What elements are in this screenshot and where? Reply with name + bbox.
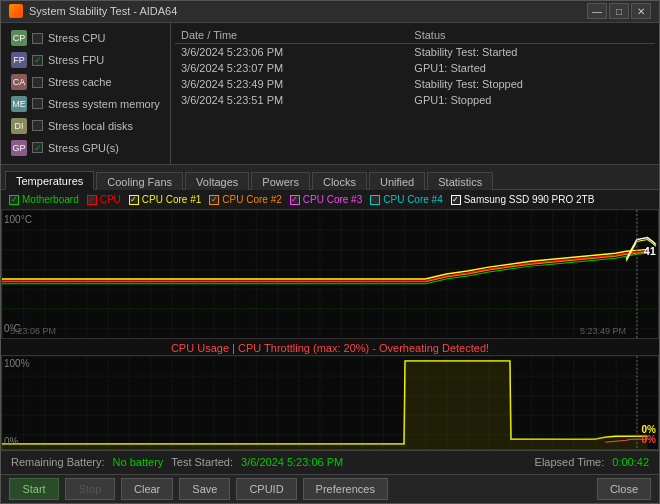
title-bar-controls: — □ ✕ <box>587 3 651 19</box>
close-window-button[interactable]: ✕ <box>631 3 651 19</box>
log-col-time: Date / Time <box>175 27 408 44</box>
legend-check[interactable] <box>9 195 19 205</box>
log-row: 3/6/2024 5:23:49 PM Stability Test: Stop… <box>175 76 655 92</box>
temp-y-max: 100°C <box>4 214 32 225</box>
cpu-y-min: 0% <box>4 436 18 447</box>
tab-clocks[interactable]: Clocks <box>312 172 367 190</box>
tab-statistics[interactable]: Statistics <box>427 172 493 190</box>
legend-check[interactable] <box>87 195 97 205</box>
log-row: 3/6/2024 5:23:06 PM Stability Test: Star… <box>175 43 655 60</box>
svg-rect-0 <box>2 210 658 338</box>
legend-check[interactable] <box>129 195 139 205</box>
checkbox-disks[interactable] <box>32 120 43 131</box>
cpu-chart-svg <box>2 356 658 449</box>
temp-chart-svg <box>2 210 658 338</box>
log-row: 3/6/2024 5:23:07 PM GPU1: Started <box>175 60 655 76</box>
legend-label: Motherboard <box>22 194 79 205</box>
legend-label: CPU Core #3 <box>303 194 362 205</box>
stress-item-memory[interactable]: ME Stress system memory <box>9 94 162 114</box>
cpu-usage-label: CPU Usage <box>171 342 229 354</box>
stress-label-cache: Stress cache <box>48 76 112 88</box>
cache-icon: CA <box>11 74 27 90</box>
charts-area: Motherboard CPU CPU Core #1 CPU Core #2 … <box>1 190 659 450</box>
close-button[interactable]: Close <box>597 478 651 500</box>
cpu-usage-header: CPU Usage | CPU Throttling (max: 20%) - … <box>1 339 659 355</box>
stress-item-gpus[interactable]: GP Stress GPU(s) <box>9 138 162 158</box>
mem-icon: ME <box>11 96 27 112</box>
log-status: GPU1: Started <box>408 60 655 76</box>
log-time: 3/6/2024 5:23:07 PM <box>175 60 408 76</box>
clear-button[interactable]: Clear <box>121 478 173 500</box>
legend-label: CPU Core #1 <box>142 194 201 205</box>
tab-cooling-fans[interactable]: Cooling Fans <box>96 172 183 190</box>
legend-cpu-core-#2: CPU Core #2 <box>209 194 281 205</box>
log-status: Stability Test: Started <box>408 43 655 60</box>
checkbox-cache[interactable] <box>32 77 43 88</box>
temp-value-white: 41 <box>644 245 656 257</box>
log-time: 3/6/2024 5:23:51 PM <box>175 92 408 108</box>
stress-panel: CP Stress CPU FP Stress FPU CA Stress ca… <box>1 23 171 164</box>
stress-label-gpus: Stress GPU(s) <box>48 142 119 154</box>
log-col-status: Status <box>408 27 655 44</box>
legend-check[interactable] <box>209 195 219 205</box>
gpu-icon: GP <box>11 140 27 156</box>
checkbox-fpu[interactable] <box>32 55 43 66</box>
title-bar: System Stability Test - AIDA64 — □ ✕ <box>1 1 659 23</box>
elapsed-label: Elapsed Time: <box>535 456 605 468</box>
tabs-row: TemperaturesCooling FansVoltagesPowersCl… <box>1 165 659 190</box>
bottom-buttons: Start Stop Clear Save CPUID Preferences … <box>1 474 659 503</box>
temp-chart: 100°C 0°C 5:23:06 PM 5:23:49 PM 41 <box>1 209 659 339</box>
app-icon <box>9 4 23 18</box>
cpu-y-max: 100% <box>4 358 30 369</box>
legend-cpu-core-#1: CPU Core #1 <box>129 194 201 205</box>
stress-item-fpu[interactable]: FP Stress FPU <box>9 50 162 70</box>
legend-label: CPU Core #2 <box>222 194 281 205</box>
elapsed-value: 0:00:42 <box>612 456 649 468</box>
window-title: System Stability Test - AIDA64 <box>29 5 587 17</box>
legend-check[interactable] <box>451 195 461 205</box>
fpu-icon: FP <box>11 52 27 68</box>
tab-voltages[interactable]: Voltages <box>185 172 249 190</box>
temp-x-end: 5:23:49 PM <box>580 326 626 336</box>
start-button[interactable]: Start <box>9 478 59 500</box>
tab-temperatures[interactable]: Temperatures <box>5 171 94 190</box>
top-section: CP Stress CPU FP Stress FPU CA Stress ca… <box>1 23 659 165</box>
main-window: System Stability Test - AIDA64 — □ ✕ CP … <box>0 0 660 504</box>
legend-samsung-ssd-990-pro-2tb: Samsung SSD 990 PRO 2TB <box>451 194 595 205</box>
tab-powers[interactable]: Powers <box>251 172 310 190</box>
stress-item-cpu[interactable]: CP Stress CPU <box>9 29 162 49</box>
log-time: 3/6/2024 5:23:49 PM <box>175 76 408 92</box>
stop-button[interactable]: Stop <box>65 478 115 500</box>
minimize-button[interactable]: — <box>587 3 607 19</box>
preferences-button[interactable]: Preferences <box>303 478 388 500</box>
legend-cpu: CPU <box>87 194 121 205</box>
legend-motherboard: Motherboard <box>9 194 79 205</box>
tab-unified[interactable]: Unified <box>369 172 425 190</box>
legend-label: CPU <box>100 194 121 205</box>
legend-check[interactable] <box>370 195 380 205</box>
cpu-chart: 100% 0% 0% 0% <box>1 355 659 450</box>
log-panel: Date / Time Status 3/6/2024 5:23:06 PM S… <box>171 23 659 164</box>
legend-label: Samsung SSD 990 PRO 2TB <box>464 194 595 205</box>
log-time: 3/6/2024 5:23:06 PM <box>175 43 408 60</box>
stress-label-memory: Stress system memory <box>48 98 160 110</box>
maximize-button[interactable]: □ <box>609 3 629 19</box>
legend-check[interactable] <box>290 195 300 205</box>
battery-label: Remaining Battery: <box>11 456 105 468</box>
cpu-icon: CP <box>11 30 27 46</box>
save-button[interactable]: Save <box>179 478 230 500</box>
log-table: Date / Time Status 3/6/2024 5:23:06 PM S… <box>175 27 655 108</box>
cpuid-button[interactable]: CPUID <box>236 478 296 500</box>
cpu-throttling-label: CPU Throttling (max: 20%) - Overheating … <box>238 342 489 354</box>
stress-item-cache[interactable]: CA Stress cache <box>9 72 162 92</box>
status-bar: Remaining Battery: No battery Test Start… <box>1 450 659 474</box>
svg-rect-3 <box>2 356 658 449</box>
checkbox-memory[interactable] <box>32 98 43 109</box>
battery-value: No battery <box>113 456 164 468</box>
checkbox-gpus[interactable] <box>32 142 43 153</box>
checkbox-cpu[interactable] <box>32 33 43 44</box>
legend-cpu-core-#4: CPU Core #4 <box>370 194 442 205</box>
log-status: GPU1: Stopped <box>408 92 655 108</box>
stress-item-disks[interactable]: DI Stress local disks <box>9 116 162 136</box>
log-row: 3/6/2024 5:23:51 PM GPU1: Stopped <box>175 92 655 108</box>
